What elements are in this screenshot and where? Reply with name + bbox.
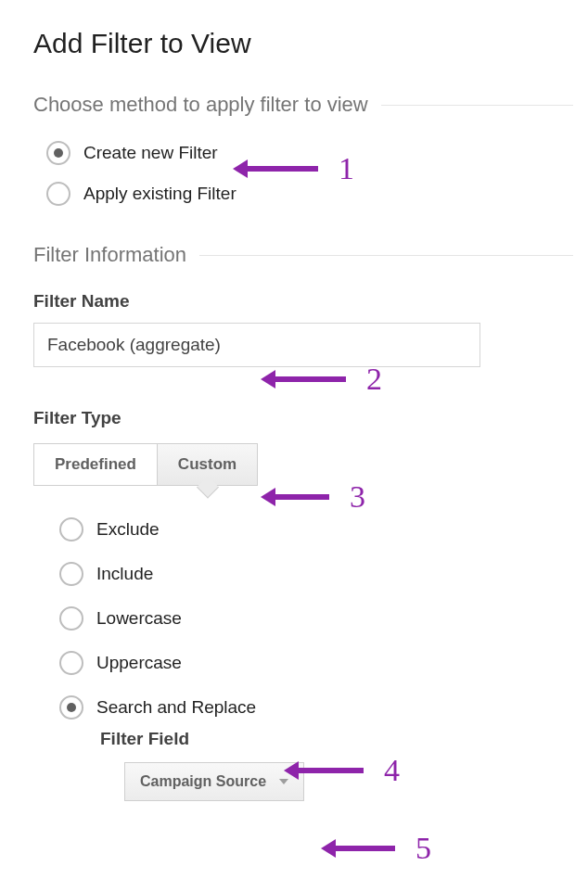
filter-type-label: Filter Type: [33, 408, 573, 428]
radio-include[interactable]: Include: [59, 562, 573, 586]
divider: [199, 255, 573, 256]
divider: [381, 105, 573, 106]
radio-label: Lowercase: [96, 608, 182, 629]
section-method-title: Choose method to apply filter to view: [33, 93, 381, 117]
radio-icon: [59, 695, 83, 720]
tab-custom[interactable]: Custom: [157, 443, 258, 486]
filter-field-dropdown[interactable]: Campaign Source: [124, 762, 304, 801]
radio-icon: [59, 562, 83, 586]
radio-icon: [59, 517, 83, 541]
section-info-title: Filter Information: [33, 243, 199, 267]
radio-create-new-filter[interactable]: Create new Filter: [46, 141, 573, 165]
annotation-number: 5: [415, 833, 431, 864]
chevron-down-icon: [279, 779, 288, 784]
radio-label: Apply existing Filter: [83, 184, 236, 204]
radio-label: Search and Replace: [96, 697, 256, 718]
tab-predefined[interactable]: Predefined: [33, 443, 158, 486]
section-info-header: Filter Information: [33, 243, 573, 267]
radio-exclude[interactable]: Exclude: [59, 517, 573, 541]
radio-apply-existing-filter[interactable]: Apply existing Filter: [46, 182, 573, 206]
dropdown-value: Campaign Source: [140, 773, 266, 790]
filter-name-label: Filter Name: [33, 291, 573, 312]
radio-label: Exclude: [96, 519, 160, 540]
radio-label: Uppercase: [96, 653, 182, 673]
radio-icon: [46, 182, 70, 206]
section-method-header: Choose method to apply filter to view: [33, 93, 573, 117]
filter-name-input[interactable]: [33, 323, 480, 367]
filter-type-tabbar: Predefined Custom: [33, 443, 573, 486]
filter-field-label: Filter Field: [100, 729, 573, 749]
radio-search-and-replace[interactable]: Search and Replace: [59, 695, 573, 720]
radio-icon: [59, 651, 83, 675]
custom-filter-options: Exclude Include Lowercase Uppercase Sear…: [46, 517, 573, 801]
radio-uppercase[interactable]: Uppercase: [59, 651, 573, 675]
page-title: Add Filter to View: [33, 28, 573, 59]
radio-icon: [59, 606, 83, 631]
radio-lowercase[interactable]: Lowercase: [59, 606, 573, 631]
radio-label: Create new Filter: [83, 143, 218, 163]
radio-icon: [46, 141, 70, 165]
annotation-5: 5: [334, 833, 431, 864]
radio-label: Include: [96, 564, 153, 584]
